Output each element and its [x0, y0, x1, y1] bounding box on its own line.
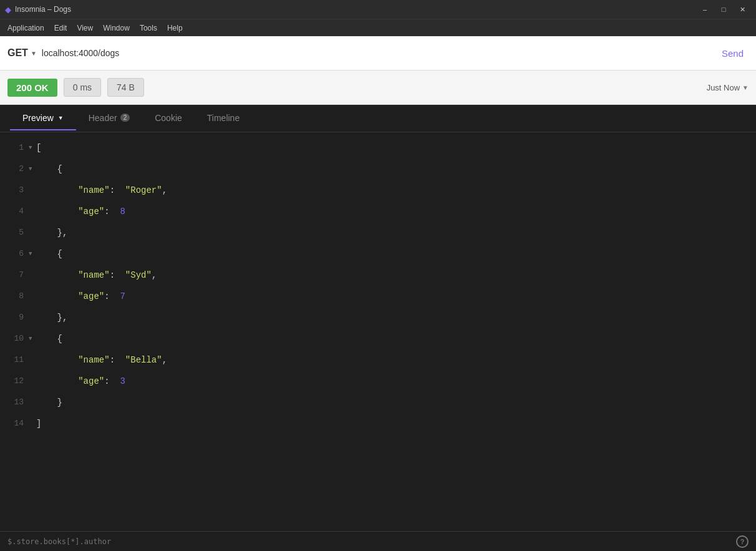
json-punct: : — [104, 201, 120, 222]
line-number: 9 — [5, 307, 24, 328]
json-line: 12 "age": 3 — [0, 371, 756, 392]
json-line: 6▼ { — [0, 243, 756, 265]
menu-bar: Application Edit View Window Tools Help — [0, 19, 756, 36]
menu-tools[interactable]: Tools — [135, 21, 162, 35]
line-indent — [36, 286, 78, 307]
json-punct: , — [162, 180, 167, 201]
json-line: 4 "age": 8 — [0, 201, 756, 222]
response-size-badge: 74 B — [107, 78, 144, 97]
json-number: 3 — [120, 371, 125, 392]
tab-header[interactable]: Header 2 — [76, 107, 142, 130]
title-bar: ◆ Insomnia – Dogs – □ ✕ — [0, 0, 756, 19]
collapse-arrow-icon[interactable]: ▼ — [29, 243, 34, 265]
line-number: 2 — [5, 158, 24, 180]
json-line: 3 "name": "Roger", — [0, 180, 756, 201]
close-button[interactable]: ✕ — [734, 2, 751, 16]
json-key: "name" — [78, 265, 109, 286]
json-number: 7 — [120, 286, 125, 307]
collapse-arrow-icon[interactable]: ▼ — [29, 328, 34, 349]
status-code-badge: 200 OK — [7, 79, 57, 97]
line-number: 8 — [5, 286, 24, 307]
bottom-bar: ? — [0, 531, 756, 551]
json-punct: : — [110, 349, 125, 371]
json-string: "Syd" — [125, 265, 152, 286]
line-indent — [36, 371, 78, 392]
json-line: 8 "age": 7 — [0, 286, 756, 307]
line-indent — [36, 328, 57, 349]
tab-cookie-label: Cookie — [155, 113, 182, 123]
line-number: 6 — [5, 243, 24, 265]
line-number: 7 — [5, 265, 24, 286]
tab-cookie[interactable]: Cookie — [142, 107, 195, 130]
line-indent — [36, 243, 57, 265]
line-number: 4 — [5, 201, 24, 222]
json-line: 2▼ { — [0, 158, 756, 180]
line-indent — [36, 307, 57, 328]
method-dropdown-icon: ▼ — [31, 50, 37, 57]
method-label: GET — [7, 47, 28, 59]
tab-timeline-label: Timeline — [207, 113, 240, 123]
json-line: 14] — [0, 413, 756, 434]
line-number: 12 — [5, 371, 24, 392]
json-line: 1▼[ — [0, 137, 756, 158]
timestamp-dropdown-icon[interactable]: ▼ — [742, 84, 749, 91]
line-number: 1 — [5, 137, 24, 158]
json-punct: : — [104, 286, 120, 307]
line-indent — [36, 180, 78, 201]
app-title: Insomnia – Dogs — [15, 5, 71, 14]
line-indent — [36, 349, 78, 371]
json-line: 5 }, — [0, 222, 756, 243]
json-key: "age" — [78, 371, 104, 392]
tab-header-badge: 2 — [120, 114, 130, 122]
line-indent — [36, 392, 57, 413]
menu-view[interactable]: View — [72, 21, 98, 35]
json-bracket: { — [57, 328, 62, 349]
json-line: 13 } — [0, 392, 756, 413]
json-bracket: ] — [36, 413, 41, 434]
tab-preview[interactable]: Preview ▼ — [10, 107, 76, 130]
tab-timeline[interactable]: Timeline — [195, 107, 252, 130]
menu-help[interactable]: Help — [162, 21, 188, 35]
line-indent — [36, 222, 57, 243]
line-number: 10 — [5, 328, 24, 349]
tab-header-label: Header — [89, 113, 117, 123]
line-indent — [36, 158, 57, 180]
timestamp-container: Just Now ▼ — [707, 83, 749, 92]
menu-edit[interactable]: Edit — [49, 21, 72, 35]
line-indent — [36, 201, 78, 222]
method-selector[interactable]: GET ▼ — [7, 47, 37, 59]
json-bracket: } — [57, 392, 62, 413]
json-number: 8 — [120, 201, 125, 222]
send-button[interactable]: Send — [717, 48, 749, 59]
line-number: 13 — [5, 392, 24, 413]
filter-input[interactable] — [7, 537, 736, 546]
menu-application[interactable]: Application — [2, 21, 49, 35]
json-bracket: }, — [57, 222, 68, 243]
tab-preview-dropdown-icon: ▼ — [58, 115, 64, 121]
json-string: "Roger" — [125, 180, 162, 201]
json-bracket: }, — [57, 307, 68, 328]
json-punct: : — [104, 371, 120, 392]
response-time-badge: 0 ms — [64, 78, 101, 97]
title-bar-left: ◆ Insomnia – Dogs — [5, 5, 71, 14]
json-key: "age" — [78, 201, 104, 222]
json-line: 11 "name": "Bella", — [0, 349, 756, 371]
json-bracket: [ — [36, 137, 41, 158]
line-number: 5 — [5, 222, 24, 243]
help-icon[interactable]: ? — [736, 535, 749, 548]
url-input[interactable] — [42, 48, 712, 58]
timestamp-label: Just Now — [707, 83, 740, 92]
collapse-arrow-icon[interactable]: ▼ — [29, 137, 34, 158]
json-key: "name" — [78, 349, 109, 371]
line-number: 11 — [5, 349, 24, 371]
minimize-button[interactable]: – — [696, 2, 714, 16]
json-key: "age" — [78, 286, 104, 307]
maximize-button[interactable]: □ — [715, 2, 732, 16]
app-icon: ◆ — [5, 5, 11, 14]
menu-window[interactable]: Window — [98, 21, 135, 35]
json-line: 7 "name": "Syd", — [0, 265, 756, 286]
json-punct: , — [152, 265, 157, 286]
collapse-arrow-icon[interactable]: ▼ — [29, 158, 34, 180]
status-bar: 200 OK 0 ms 74 B Just Now ▼ — [0, 71, 756, 105]
json-bracket: { — [57, 158, 62, 180]
